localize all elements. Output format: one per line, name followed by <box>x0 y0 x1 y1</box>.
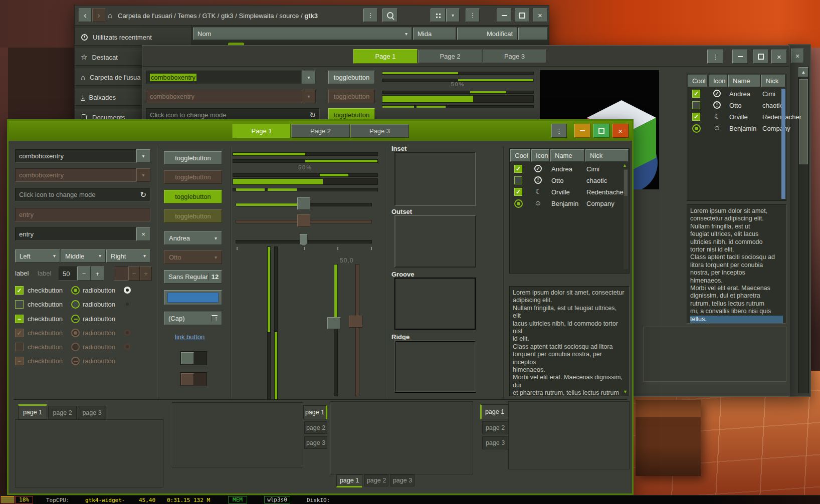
breadcrumb-path[interactable]: Carpeta de l'usuari / Temes / GTK / gtk3… <box>118 12 303 20</box>
g4-menu-button[interactable]: ⋮ <box>551 124 567 138</box>
back-button[interactable]: ‹ <box>79 9 92 22</box>
g3-tree-check-0[interactable]: ✓ <box>692 90 700 98</box>
g4-tree-col-nick[interactable]: Nick <box>585 149 629 162</box>
g3-tab-page2[interactable]: Page 2 <box>418 50 482 63</box>
combo-right[interactable]: Right▾ <box>106 249 150 263</box>
tree-nick[interactable]: Redenbacher <box>586 188 626 196</box>
g4-tab-page1[interactable]: Page 1 <box>233 124 291 138</box>
notebook-b-tab-page1[interactable]: page 1 <box>303 405 327 419</box>
forward-button[interactable]: › <box>92 9 105 22</box>
g3-minimize-button[interactable] <box>732 50 748 64</box>
checkbutton-unchecked[interactable] <box>15 300 24 309</box>
switch-off[interactable] <box>180 351 207 365</box>
column-header-name[interactable]: Nom ▾ <box>193 28 412 40</box>
combobox-names[interactable]: Andrea▾ <box>164 231 222 245</box>
checkbutton-checked[interactable]: ✓ <box>15 286 24 295</box>
tree-name[interactable]: Orville <box>551 188 570 196</box>
radiobutton-unselected[interactable] <box>71 300 80 309</box>
g3-togglebutton-1[interactable]: togglebutton <box>328 71 375 84</box>
fm-minimize-button[interactable] <box>497 9 511 22</box>
g3-combo-arrow[interactable]: ▾ <box>302 71 316 84</box>
tree-nick[interactable]: Cimi <box>762 90 775 98</box>
combo-arrow-button[interactable]: ▾ <box>136 149 150 163</box>
tree-nick[interactable]: chaotic <box>586 177 607 184</box>
notebook-d-tab-page3[interactable]: page 3 <box>482 436 508 449</box>
fm-close-button[interactable]: × <box>533 9 547 22</box>
font-button[interactable]: Sans Regular 12 <box>164 270 222 284</box>
g3-tree-scrollbar[interactable] <box>781 89 785 199</box>
g3-close-button[interactable]: × <box>771 50 787 64</box>
scale-handle[interactable] <box>297 197 310 210</box>
tree-name[interactable]: Otto <box>551 177 564 184</box>
g4-tree-col-icon[interactable]: Icon <box>531 149 549 162</box>
fm-hamburger-button[interactable]: ⋮ <box>466 9 480 22</box>
g3-tree-radio-3[interactable] <box>692 124 701 133</box>
notebook-a-tab-page3[interactable]: page 3 <box>78 406 106 419</box>
g3-textview[interactable]: Lorem ipsum dolor sit amet, consectetur … <box>687 204 786 324</box>
combo-left[interactable]: Left▾ <box>15 249 60 263</box>
g3-tree-check-1[interactable] <box>692 101 700 109</box>
notebook-c-tab-page1[interactable]: page 1 <box>336 474 362 487</box>
mode-entry[interactable]: Click icon to change mode ↻ <box>15 188 150 201</box>
refresh-icon[interactable]: ↻ <box>140 190 146 199</box>
g4-tab-page2[interactable]: Page 2 <box>291 124 350 138</box>
combo-middle[interactable]: Middle▾ <box>61 249 106 263</box>
notebook-a-tab-page1[interactable]: page 1 <box>18 404 47 419</box>
g3-tab-page1[interactable]: Page 1 <box>353 49 418 64</box>
search-button[interactable] <box>382 9 397 22</box>
g4-textview[interactable]: Lorem ipsum dolor sit amet, consectetur … <box>509 286 630 396</box>
notebook-d-tab-page1[interactable]: page 1 <box>480 404 508 419</box>
fm-menu-button[interactable]: ⋮ <box>363 9 377 22</box>
g3-tree-col-nick[interactable]: Nick <box>761 75 785 87</box>
notebook-d-tab-page2[interactable]: page 2 <box>482 421 508 434</box>
file-chooser-button[interactable]: (Cap) ↑ <box>164 312 222 325</box>
column-header-modified[interactable]: Modificat <box>457 28 517 40</box>
switch-knob[interactable] <box>181 352 194 364</box>
g4-tree-col-cool[interactable]: Cool <box>510 149 530 162</box>
g4-minimize-button[interactable] <box>574 124 590 138</box>
g4-tree-col-name[interactable]: Name <box>550 149 584 162</box>
scroll-up-icon[interactable]: ▲ <box>623 163 627 168</box>
radio-indicator[interactable] <box>124 287 131 294</box>
clear-entry-button[interactable]: × <box>136 227 150 241</box>
g4-maximize-button[interactable] <box>593 124 609 138</box>
g4-close-button[interactable]: × <box>612 124 629 138</box>
fm-maximize-button[interactable] <box>515 9 529 22</box>
spin-minus-button[interactable]: − <box>77 267 91 281</box>
g3-tree-check-2[interactable]: ✓ <box>692 113 700 121</box>
tree-nick[interactable]: Cimi <box>586 165 599 173</box>
sidebar-item-recent[interactable]: Utilitzats recentment <box>75 29 191 46</box>
scrollbar-thumb[interactable] <box>624 170 628 196</box>
togglebutton-normal[interactable]: togglebutton <box>164 151 222 165</box>
radiobutton-indeterminate[interactable] <box>71 315 80 323</box>
column-header-size[interactable]: Mida <box>413 28 456 40</box>
g3-tree-col-cool[interactable]: Cool <box>688 75 708 87</box>
g4-tab-page3[interactable]: Page 3 <box>350 124 409 138</box>
tree-name[interactable]: Benjamin <box>729 125 756 132</box>
spinbutton-value[interactable]: 50 <box>59 267 77 281</box>
g4-tree-radio-3[interactable] <box>514 199 523 208</box>
link-button[interactable]: link button <box>175 333 204 341</box>
g4-tree-check-2[interactable]: ✓ <box>514 188 522 196</box>
tree-nick[interactable]: Company <box>762 125 790 132</box>
scale-marks-handle[interactable] <box>300 234 308 246</box>
breadcrumb[interactable]: Carpeta de l'usuari / Temes / GTK / gtk3… <box>118 12 318 20</box>
scroll-up-button[interactable]: ▲ <box>798 67 808 77</box>
tree-name[interactable]: Otto <box>729 102 742 109</box>
notebook-b-tab-page3[interactable]: page 3 <box>304 436 327 449</box>
color-button[interactable] <box>164 290 222 305</box>
spin-plus-button[interactable]: + <box>91 267 104 281</box>
g3-tree-col-name[interactable]: Name <box>728 75 760 87</box>
checkbutton-indeterminate[interactable]: − <box>15 315 24 323</box>
radio-indicator-dim[interactable] <box>124 301 131 308</box>
g3-tab-page3[interactable]: Page 3 <box>483 50 546 63</box>
scrollbar-thumb[interactable] <box>799 79 808 164</box>
tree-name[interactable]: Andrea <box>729 90 750 98</box>
g4-tree-check-0[interactable]: ✓ <box>514 165 522 173</box>
g4-tree-check-1[interactable] <box>514 176 522 184</box>
tree-name[interactable]: Benjamin <box>551 200 578 207</box>
g3-maximize-button[interactable] <box>753 50 768 64</box>
entry-clearable[interactable]: entry <box>15 227 136 241</box>
view-grid-button[interactable] <box>431 9 446 22</box>
g4-tree-scrollbar[interactable] <box>624 169 628 269</box>
